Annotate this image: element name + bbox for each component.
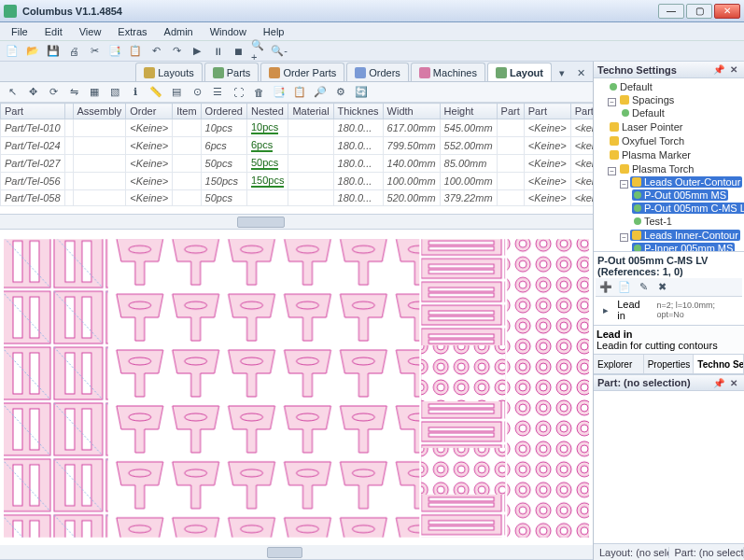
file-new-icon[interactable]: 📄	[4, 43, 21, 60]
panel-close-icon[interactable]: ✕	[727, 378, 740, 388]
panel-close-icon[interactable]: ✕	[727, 64, 740, 75]
paste-icon[interactable]: 📋	[291, 84, 308, 101]
column-header[interactable]: Part	[497, 104, 524, 119]
pin-icon[interactable]: 📌	[710, 64, 727, 75]
column-header[interactable]: Nested	[246, 104, 288, 119]
column-header[interactable]: Material	[288, 104, 333, 119]
column-header[interactable]: Part	[524, 104, 570, 119]
refresh-icon[interactable]: 🔄	[353, 84, 370, 101]
column-header[interactable]	[64, 104, 73, 119]
pause-icon[interactable]: ⏸	[209, 43, 226, 60]
tree-item[interactable]: Default	[608, 80, 742, 93]
nest-icon[interactable]: ▧	[106, 84, 123, 101]
column-header[interactable]: Width	[383, 104, 440, 119]
table-row[interactable]: Part/Tel-027<Keine>50pcs50pcs180.0...140…	[1, 155, 594, 173]
menu-edit[interactable]: Edit	[37, 24, 70, 39]
close-button[interactable]: ✕	[714, 4, 740, 19]
tree-toggle-icon[interactable]: −	[608, 98, 616, 106]
tree-item[interactable]: P-Inner 005mm MS	[632, 242, 742, 251]
table-row[interactable]: Part/Tel-058<Keine>50pcs180.0...520.00mm…	[1, 190, 594, 206]
tree-toggle-icon[interactable]: −	[620, 233, 628, 242]
stop-icon[interactable]: ⏹	[230, 43, 246, 60]
side-tab-properties[interactable]: Properties	[644, 355, 695, 373]
save-icon[interactable]: 💾	[45, 43, 62, 60]
nesting-canvas[interactable]	[0, 230, 593, 545]
side-tab-explorer[interactable]: Explorer	[594, 355, 644, 373]
minimize-button[interactable]: —	[658, 4, 684, 19]
run-icon[interactable]: ▶	[189, 43, 205, 60]
canvas-scrollbar[interactable]	[0, 545, 593, 560]
table-row[interactable]: Part/Tel-010<Keine>10pcs10pcs180.0...617…	[1, 119, 594, 137]
grid-icon[interactable]: ▤	[168, 84, 185, 101]
tree-item[interactable]: −Leads Outer-ContourP-Out 005mm MSP-Out …	[620, 175, 742, 229]
tabstrip-close-button[interactable]: ✕	[572, 64, 589, 81]
tree-item[interactable]: Plasma Marker	[608, 148, 742, 162]
tab-orders[interactable]: Orders	[346, 63, 409, 81]
tree-item[interactable]: Oxyfuel Torch	[608, 134, 742, 148]
menu-extras[interactable]: Extras	[110, 24, 154, 39]
menu-file[interactable]: File	[4, 24, 35, 39]
settings-tree[interactable]: Default−SpacingsDefaultLaser PointerOxyf…	[594, 78, 744, 251]
rotate-icon[interactable]: ⟳	[45, 84, 62, 101]
zoom-out-icon[interactable]: 🔍-	[271, 43, 288, 60]
file-open-icon[interactable]: 📂	[24, 43, 41, 60]
info-icon[interactable]: ℹ	[127, 84, 144, 101]
tree-item[interactable]: −Leads Inner-ContourP-Inner 005mm MSTest…	[620, 229, 742, 251]
parts-grid[interactable]: PartAssemblyOrderItemOrderedNestedMateri…	[0, 103, 593, 215]
undo-icon[interactable]: ↶	[147, 43, 164, 60]
copy-icon[interactable]: 📑	[106, 43, 123, 60]
tab-parts[interactable]: Parts	[204, 63, 260, 81]
mirror-icon[interactable]: ⇋	[65, 84, 82, 101]
tree-item[interactable]: P-Out 005mm C-MS LV	[632, 202, 742, 215]
tab-layouts[interactable]: Layouts	[135, 63, 203, 81]
tree-item[interactable]: −SpacingsDefault	[608, 93, 742, 120]
column-header[interactable]: Height	[440, 104, 497, 119]
table-row[interactable]: Part/Tel-024<Keine>6pcs6pcs180.0...799.5…	[1, 137, 594, 155]
column-header[interactable]: Ordered	[201, 104, 246, 119]
tree-toggle-icon[interactable]: −	[620, 180, 628, 189]
add-icon[interactable]: ➕	[597, 279, 614, 296]
expand-icon[interactable]: ▸	[597, 301, 613, 318]
tree-item[interactable]: Test-1	[632, 215, 742, 228]
column-header[interactable]: Order	[126, 104, 173, 119]
settings-icon[interactable]: ⚙	[332, 84, 349, 101]
measure-icon[interactable]: 📏	[147, 84, 164, 101]
column-header[interactable]: Thicknes	[333, 104, 383, 119]
delete-icon[interactable]: 🗑	[250, 84, 267, 101]
redo-icon[interactable]: ↷	[168, 43, 185, 60]
tree-item[interactable]: P-Out 005mm MS	[632, 189, 742, 202]
move-icon[interactable]: ✥	[24, 84, 41, 101]
snap-icon[interactable]: ⊙	[189, 84, 205, 101]
column-header[interactable]: Part	[1, 104, 65, 119]
layer-icon[interactable]: ☰	[209, 84, 226, 101]
column-header[interactable]: Item	[173, 104, 201, 119]
side-tab-techno-setti-[interactable]: Techno Setti...	[694, 355, 744, 373]
tabstrip-scroll-button[interactable]: ▾	[554, 64, 570, 81]
cut-icon[interactable]: ✂	[86, 43, 103, 60]
delete-icon[interactable]: ✖	[653, 279, 670, 296]
maximize-button[interactable]: ▢	[686, 4, 712, 19]
zoom-in-icon[interactable]: 🔍+	[250, 43, 267, 60]
menu-admin[interactable]: Admin	[157, 24, 201, 39]
copy-icon[interactable]: 📄	[616, 279, 633, 296]
pin-icon[interactable]: 📌	[710, 378, 727, 388]
tree-item[interactable]: −Plasma Torch−Leads Outer-ContourP-Out 0…	[608, 162, 742, 251]
column-header[interactable]: Part	[570, 104, 593, 119]
tab-order-parts[interactable]: Order Parts	[260, 63, 344, 81]
array-icon[interactable]: ▦	[86, 84, 103, 101]
edit-icon[interactable]: ✎	[635, 279, 652, 296]
tab-layout[interactable]: Layout	[487, 63, 552, 81]
tree-item[interactable]: Default	[620, 106, 742, 119]
tree-toggle-icon[interactable]: −	[608, 167, 616, 175]
tree-item[interactable]: Laser Pointer	[608, 120, 742, 134]
print-icon[interactable]: 🖨	[65, 43, 82, 60]
search-icon[interactable]: 🔎	[312, 84, 329, 101]
table-row[interactable]: Part/Tel-056<Keine>150pcs150pcs180.0...1…	[1, 173, 594, 190]
column-header[interactable]: Assembly	[73, 104, 126, 119]
tab-machines[interactable]: Machines	[411, 63, 485, 81]
scrollbar-thumb[interactable]	[267, 547, 302, 558]
paste-icon[interactable]: 📋	[127, 43, 144, 60]
menu-help[interactable]: Help	[256, 24, 292, 39]
grid-scrollbar[interactable]	[0, 215, 593, 230]
scrollbar-thumb[interactable]	[237, 217, 285, 228]
